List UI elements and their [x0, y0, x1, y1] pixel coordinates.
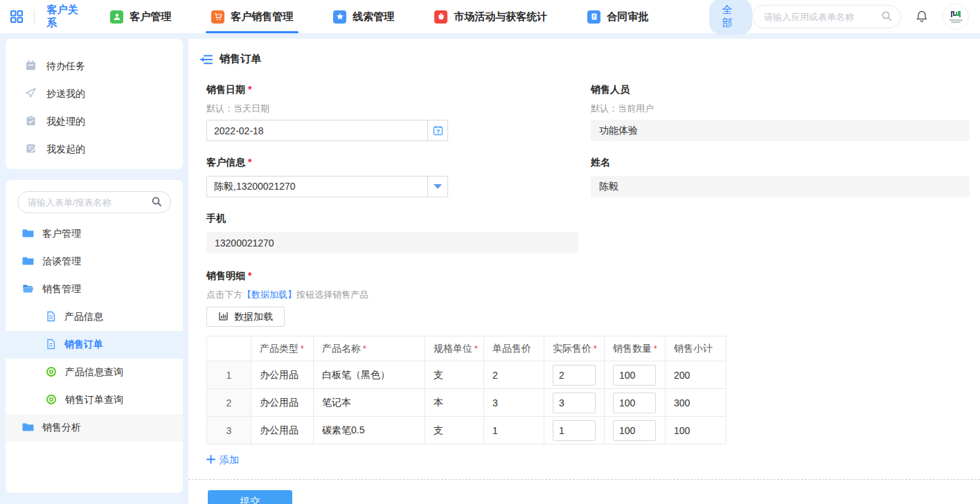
megaphone-icon [434, 10, 447, 24]
app-search-input[interactable] [752, 5, 901, 28]
file-icon [46, 339, 56, 352]
cell-unit-price: 1 [484, 417, 544, 444]
tree-item-sales-order[interactable]: 销售订单 [6, 331, 183, 359]
col-index [207, 336, 251, 361]
tab-customer-management[interactable]: 客户管理 [110, 0, 171, 33]
table-header-row: 产品类型* 产品名称* 规格单位* 单品售价 实际售价* 销售数量* 销售小计 [207, 336, 727, 361]
cell-quantity [605, 361, 666, 389]
cell-unit-price: 2 [484, 361, 544, 389]
topbar-right-cluster [752, 3, 969, 30]
submit-button[interactable]: 提交 [208, 490, 292, 504]
actual-price-input[interactable] [553, 365, 596, 386]
tree-item-product-info-query[interactable]: 产品信息查询 [6, 359, 183, 386]
folder-icon [22, 255, 34, 268]
field-mobile: 手机 13200021270 [206, 213, 970, 253]
paper-plane-icon [25, 87, 37, 101]
app-search [752, 5, 901, 28]
tree-label: 洽谈管理 [42, 255, 81, 268]
add-row-button[interactable]: 添加 [206, 454, 239, 467]
sidebar-item-cc-to-me[interactable]: 抄送我的 [6, 80, 183, 108]
star-icon [333, 10, 346, 24]
cell-unit: 支 [425, 361, 484, 389]
cell-product-type: 办公用品 [251, 417, 314, 444]
tree-label: 产品信息查询 [65, 366, 123, 379]
load-data-button[interactable]: 数据加载 [206, 307, 285, 327]
col-quantity: 销售数量* [605, 336, 666, 361]
apps-grid-icon[interactable] [10, 8, 24, 25]
row-index: 3 [207, 417, 251, 444]
menu-label: 抄送我的 [46, 88, 85, 100]
detail-helper: 点击下方【数据加载】按钮选择销售产品 [206, 289, 970, 301]
calendar-picker-button[interactable] [427, 120, 448, 141]
cell-unit-price: 3 [484, 389, 544, 417]
folder-open-icon [22, 283, 34, 296]
sidebar-item-handled-by-me[interactable]: 我处理的 [6, 108, 183, 136]
tree-item-customer-management[interactable]: 客户管理 [6, 220, 183, 248]
menu-label: 待办任务 [46, 60, 85, 73]
field-label: 销售日期* [206, 84, 578, 96]
sidebar-item-todo-tasks[interactable]: 待办任务 [6, 53, 183, 80]
dropdown-button[interactable] [427, 176, 448, 197]
required-mark: * [248, 84, 251, 95]
actual-price-input[interactable] [553, 393, 596, 413]
col-actual-price: 实际售价* [544, 336, 605, 361]
col-product-type: 产品类型* [251, 336, 314, 361]
field-label: 销售明细* [206, 270, 970, 282]
tree-item-sales-management[interactable]: 销售管理 [6, 276, 183, 303]
page-title: 销售订单 [220, 53, 261, 66]
actual-price-input[interactable] [553, 420, 596, 441]
cell-product-name: 笔记本 [314, 389, 425, 417]
panel-header: 销售订单 [198, 39, 970, 66]
sales-detail-section: 销售明细* 点击下方【数据加载】按钮选择销售产品 数据加载 产品类型* 产品名称… [206, 270, 970, 467]
tree-item-product-info[interactable]: 产品信息 [6, 303, 183, 331]
tab-label: 客户销售管理 [231, 10, 293, 24]
tab-label: 线索管理 [353, 10, 394, 24]
back-icon[interactable] [199, 54, 213, 65]
col-unit: 规格单位* [425, 336, 484, 361]
cell-product-type: 办公用品 [251, 361, 314, 389]
workspace-label[interactable]: 客户关系 [47, 3, 83, 30]
sidebar-item-initiated-by-me[interactable]: 我发起的 [6, 136, 183, 163]
table-row: 1 办公用品 白板笔（黑色） 支 2 200 [207, 361, 727, 389]
cell-actual-price [544, 389, 605, 417]
field-sale-date: 销售日期* 默认：当天日期 [206, 84, 578, 141]
top-navigation-bar: 客户关系 客户管理 客户销售管理 线索管理 市场活动与获客统计 [0, 0, 980, 33]
form-search [17, 191, 171, 213]
clipboard-check-icon [25, 115, 37, 129]
field-salesperson: 销售人员 默认：当前用户 功能体验 [591, 84, 970, 141]
quantity-input[interactable] [613, 393, 656, 413]
folder-icon [22, 228, 34, 240]
document-edit-icon [25, 143, 37, 156]
field-label: 客户信息* [206, 156, 578, 169]
logo-text-lines [949, 19, 963, 23]
search-icon [151, 196, 163, 210]
tab-leads-management[interactable]: 线索管理 [333, 0, 394, 33]
quantity-input[interactable] [613, 365, 656, 386]
all-apps-pill[interactable]: 全部 [709, 0, 752, 35]
notifications-bell-icon[interactable] [915, 10, 929, 24]
cell-product-name: 白板笔（黑色） [314, 361, 425, 389]
tree-label: 销售订单查询 [65, 394, 123, 406]
field-label: 手机 [206, 213, 970, 225]
tab-label: 市场活动与获客统计 [454, 10, 547, 24]
file-icon [46, 311, 56, 324]
cart-icon [211, 10, 224, 24]
customer-select[interactable]: 陈毅,13200021270 [206, 176, 448, 197]
cell-actual-price [544, 361, 605, 389]
load-data-inline-link[interactable]: 【数据加载】 [242, 289, 296, 300]
name-value: 陈毅 [591, 176, 970, 197]
form-search-input[interactable] [17, 191, 171, 213]
quantity-input[interactable] [613, 420, 656, 441]
tree-item-sales-order-query[interactable]: 销售订单查询 [6, 386, 183, 414]
tab-marketing-stats[interactable]: 市场活动与获客统计 [434, 0, 547, 33]
customer-select-value: 陈毅,13200021270 [206, 176, 427, 197]
tab-contract-approval[interactable]: 合同审批 [587, 0, 648, 33]
sale-date-input[interactable] [206, 120, 427, 141]
order-form: 销售日期* 默认：当天日期 销售人员 默认：当前用户 功能体验 [198, 66, 970, 467]
tree-item-sales-analysis[interactable]: 销售分析 [6, 414, 183, 442]
tab-customer-sales-management[interactable]: 客户销售管理 [211, 0, 293, 33]
account-logo[interactable] [943, 3, 969, 30]
tree-item-negotiation-management[interactable]: 洽谈管理 [6, 248, 183, 276]
folder-icon [22, 422, 34, 434]
app-tabs: 客户管理 客户销售管理 线索管理 市场活动与获客统计 合同审批 [110, 0, 688, 33]
